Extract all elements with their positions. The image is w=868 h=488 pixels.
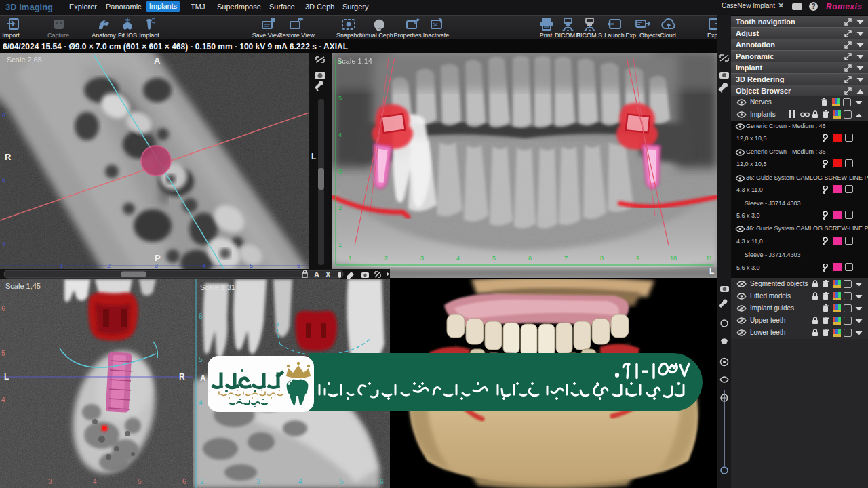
- svg-text:2: 2: [384, 255, 388, 262]
- svg-text:4: 4: [338, 131, 342, 138]
- svg-text:X: X: [326, 270, 331, 279]
- svg-text:4: 4: [199, 399, 203, 407]
- svg-text:5: 5: [2, 176, 5, 183]
- svg-text:A: A: [200, 373, 206, 383]
- svg-text:5: 5: [1, 350, 5, 357]
- svg-text:5: 5: [340, 478, 344, 485]
- svg-text:Scale 1,14: Scale 1,14: [337, 57, 372, 65]
- svg-text:R: R: [179, 372, 185, 382]
- svg-text:5: 5: [338, 95, 342, 102]
- svg-text:L: L: [311, 152, 316, 161]
- svg-text:6: 6: [380, 478, 384, 485]
- svg-text:A: A: [154, 56, 161, 66]
- svg-text:L: L: [709, 266, 714, 276]
- svg-text:Scale 1,45: Scale 1,45: [5, 282, 41, 290]
- svg-text:6: 6: [2, 112, 5, 119]
- svg-text:6: 6: [528, 255, 532, 262]
- svg-text:A: A: [314, 270, 319, 279]
- svg-text:9: 9: [636, 255, 639, 262]
- svg-text:5: 5: [199, 356, 203, 363]
- svg-text:4: 4: [2, 241, 5, 247]
- svg-text:3: 3: [48, 478, 52, 485]
- svg-text:11: 11: [706, 255, 712, 262]
- svg-text:1: 1: [349, 255, 352, 262]
- svg-text:8: 8: [600, 255, 604, 262]
- svg-text:4: 4: [298, 478, 302, 485]
- svg-text:7: 7: [564, 255, 568, 262]
- svg-text:L: L: [4, 372, 9, 382]
- svg-text:3: 3: [256, 478, 260, 485]
- svg-text:6: 6: [199, 312, 203, 320]
- svg-text:6: 6: [182, 478, 186, 485]
- svg-text:1: 1: [338, 241, 342, 248]
- svg-text:6: 6: [1, 305, 5, 312]
- svg-text:3: 3: [420, 255, 424, 262]
- svg-text:R: R: [5, 152, 12, 162]
- svg-text:Scale 2,65: Scale 2,65: [7, 56, 42, 64]
- svg-text:4: 4: [1, 396, 5, 403]
- svg-text:10: 10: [670, 255, 677, 262]
- svg-text:2: 2: [200, 478, 204, 485]
- svg-text:5: 5: [492, 255, 496, 262]
- svg-text:5: 5: [138, 478, 142, 485]
- svg-text:2: 2: [338, 205, 342, 211]
- svg-text:3: 3: [338, 168, 342, 175]
- svg-text:4: 4: [456, 255, 460, 262]
- svg-text:P: P: [155, 253, 161, 263]
- svg-text:4: 4: [93, 478, 97, 485]
- svg-text:Scale 1,31: Scale 1,31: [200, 283, 235, 291]
